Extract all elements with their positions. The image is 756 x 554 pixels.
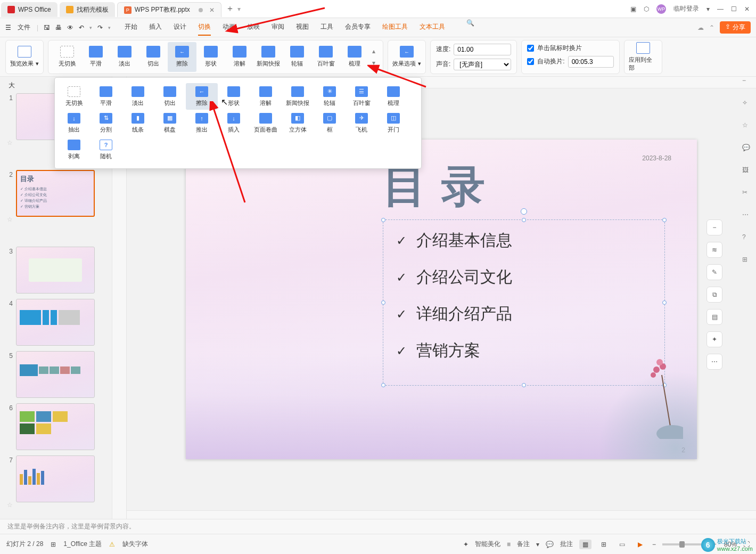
dd-smooth[interactable]: 平滑	[90, 83, 122, 110]
resize-handle[interactable]	[381, 300, 385, 305]
transition-comb[interactable]: 梳理	[340, 42, 369, 72]
slide-thumb-7[interactable]	[16, 455, 95, 502]
login-label[interactable]: 临时登录	[673, 4, 699, 13]
slide-thumb-3[interactable]	[16, 247, 95, 294]
dock-tools-icon[interactable]: ✂	[742, 189, 753, 199]
transition-smooth[interactable]: 平滑	[81, 42, 110, 72]
transition-shape[interactable]: 形状	[196, 42, 225, 72]
speed-input[interactable]	[454, 44, 511, 55]
transition-cut[interactable]: 切出	[139, 42, 168, 72]
copy-icon[interactable]: ⧉	[706, 287, 722, 303]
view-reading-icon[interactable]: ▭	[616, 540, 628, 549]
advance-auto-checkbox[interactable]: 自动换片:	[527, 57, 564, 66]
collapse-ribbon-icon[interactable]: ⌃	[709, 24, 714, 31]
dd-news[interactable]: 新闻快报	[282, 83, 314, 110]
smart-beautify-icon[interactable]: ✦	[463, 541, 469, 548]
menu-animation[interactable]: 动画	[223, 19, 235, 36]
share-button[interactable]: ⇪分享	[720, 21, 751, 34]
transition-dissolve[interactable]: 溶解	[225, 42, 254, 72]
dock-apps-icon[interactable]: ⊞	[742, 256, 753, 266]
dd-cut[interactable]: 切出	[154, 83, 186, 110]
minimize-icon[interactable]: —	[717, 5, 724, 13]
close-window-icon[interactable]: ✕	[744, 5, 750, 13]
cube-icon[interactable]: ⬡	[644, 5, 649, 13]
dd-fade[interactable]: 淡出	[122, 83, 154, 110]
print-icon[interactable]: 🖶	[55, 24, 62, 31]
dd-cube[interactable]: ◧立方体	[282, 110, 314, 136]
menu-home[interactable]: 开始	[125, 19, 137, 36]
menu-review[interactable]: 审阅	[272, 19, 284, 36]
outline-tab[interactable]: 大	[9, 81, 15, 90]
dd-comb[interactable]: 梳理	[377, 83, 409, 110]
view-normal-icon[interactable]: ▦	[579, 540, 591, 549]
slide-thumb-2[interactable]: 目录 ✓ 介绍基本信息✓ 介绍公司文化✓ 详细介绍产品✓ 营销方案	[16, 170, 95, 217]
slideshow-icon[interactable]: ▶	[635, 540, 646, 549]
close-tab-icon[interactable]: ✕	[209, 6, 215, 14]
dock-minus-icon[interactable]: −	[742, 77, 753, 87]
dd-none[interactable]: 无切换	[58, 83, 90, 110]
resize-handle[interactable]	[381, 383, 385, 387]
tab-wps-office[interactable]: WPS Office	[1, 2, 57, 17]
dd-wheel[interactable]: ✳轮辐	[314, 83, 346, 110]
transitions-more-button[interactable]: ▴▾	[369, 47, 379, 67]
resize-handle[interactable]	[381, 218, 385, 222]
align-icon[interactable]: ▤	[706, 309, 722, 325]
menu-text-tools[interactable]: 文本工具	[420, 19, 445, 36]
dock-more-icon[interactable]: ⋯	[742, 211, 753, 222]
cloud-icon[interactable]: ☁	[697, 24, 704, 31]
avatar[interactable]: WP	[656, 4, 666, 14]
pen-icon[interactable]: ✎	[706, 264, 722, 280]
menu-slideshow[interactable]: 放映	[247, 19, 260, 36]
redo-icon[interactable]: ↷	[97, 24, 103, 31]
theme-name[interactable]: 1_Office 主题	[63, 540, 102, 549]
zoom-out-icon[interactable]: −	[652, 541, 656, 548]
dd-checker[interactable]: ▩棋盘	[154, 110, 186, 136]
dd-extract[interactable]: ↓抽出	[58, 110, 90, 136]
transition-fade[interactable]: 淡出	[110, 42, 139, 72]
menu-member[interactable]: 会员专享	[345, 19, 371, 36]
dock-chat-icon[interactable]: 💬	[742, 144, 753, 154]
menu-tools[interactable]: 工具	[321, 19, 333, 36]
hamburger-icon[interactable]: ☰	[5, 24, 11, 31]
dd-push[interactable]: ↑推出	[186, 110, 218, 136]
notes-bar[interactable]: 这里是举例备注内容，这里是举例背景内容。	[0, 519, 756, 534]
dock-sparkle-icon[interactable]: ✧	[742, 99, 753, 110]
dd-split[interactable]: ⇅分割	[90, 110, 122, 136]
smart-beautify[interactable]: 智能美化	[475, 540, 500, 549]
more-icon[interactable]: ⋯	[706, 354, 722, 370]
menu-transition[interactable]: 切换	[198, 19, 211, 36]
chevron-down-icon[interactable]: ▾	[108, 25, 111, 30]
dd-wipe[interactable]: ←擦除	[186, 83, 218, 110]
dock-star-icon[interactable]: ☆	[742, 121, 753, 132]
sound-select[interactable]: [无声音]	[454, 59, 511, 70]
slide-thumb-4[interactable]	[16, 299, 95, 346]
tab-menu-icon[interactable]: ▾	[237, 5, 241, 13]
resize-handle[interactable]	[662, 218, 667, 222]
apply-all-button[interactable]: ⬚ 应用到全部	[629, 42, 658, 72]
save-icon[interactable]: 🖫	[44, 24, 50, 31]
dd-dissolve[interactable]: 溶解	[250, 83, 282, 110]
preview-effect-button[interactable]: ▶ 预览效果 ▾	[10, 42, 39, 72]
view-sorter-icon[interactable]: ⊞	[598, 540, 610, 549]
notes-toggle[interactable]: 备注	[517, 540, 530, 549]
dd-lines[interactable]: ▮线条	[122, 110, 154, 136]
dock-image-icon[interactable]: 🖼	[742, 166, 753, 177]
dd-pagecurl[interactable]: 页面卷曲	[250, 110, 282, 136]
dd-insert[interactable]: ↓插入	[218, 110, 250, 136]
advance-onclick-checkbox[interactable]: 单击鼠标时换片	[527, 44, 582, 53]
effect-options-button[interactable]: ← 效果选项 ▾	[392, 42, 421, 72]
menu-draw-tools[interactable]: 绘图工具	[382, 19, 408, 36]
menu-design[interactable]: 设计	[174, 19, 186, 36]
auto-time-input[interactable]	[568, 56, 614, 68]
comments-icon[interactable]: 💬	[546, 541, 554, 548]
transition-wheel[interactable]: 轮辐	[283, 42, 311, 72]
dd-random[interactable]: ?随机	[90, 136, 122, 163]
dd-blinds[interactable]: ☰百叶窗	[346, 83, 377, 110]
zoom-out-button[interactable]: −	[706, 219, 722, 235]
transition-none[interactable]: 无切换	[53, 42, 81, 72]
tab-current-doc[interactable]: P WPS PPT教程.pptx ✕	[117, 2, 221, 17]
scrollbar-horizontal[interactable]	[127, 510, 756, 519]
new-tab-button[interactable]: ＋	[226, 3, 234, 14]
slide-thumb-6[interactable]	[16, 403, 95, 450]
menu-view[interactable]: 视图	[296, 19, 309, 36]
